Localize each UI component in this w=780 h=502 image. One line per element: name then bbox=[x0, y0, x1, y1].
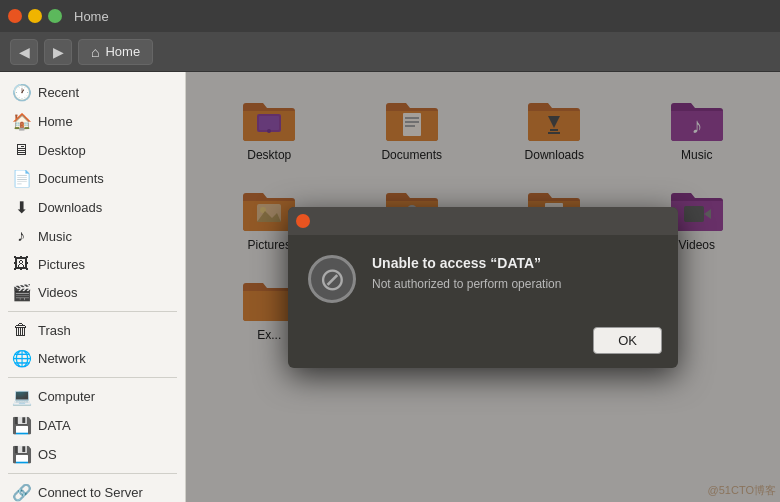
home-icon: 🏠 bbox=[12, 112, 30, 131]
sidebar-item-data[interactable]: 💾 DATA bbox=[0, 411, 185, 440]
videos-icon: 🎬 bbox=[12, 283, 30, 302]
dialog-title: Unable to access “DATA” bbox=[372, 255, 658, 271]
sidebar-label-computer: Computer bbox=[38, 389, 95, 404]
home-icon: ⌂ bbox=[91, 44, 99, 60]
sidebar-item-os[interactable]: 💾 OS bbox=[0, 440, 185, 469]
sidebar-label-os: OS bbox=[38, 447, 57, 462]
error-dialog: ⊘ Unable to access “DATA” Not authorized… bbox=[288, 207, 678, 368]
documents-icon: 📄 bbox=[12, 169, 30, 188]
sidebar-item-network[interactable]: 🌐 Network bbox=[0, 344, 185, 373]
location-button[interactable]: ⌂ Home bbox=[78, 39, 153, 65]
back-button[interactable]: ◀ bbox=[10, 39, 38, 65]
network-icon: 🌐 bbox=[12, 349, 30, 368]
data-drive-icon: 💾 bbox=[12, 416, 30, 435]
sidebar-item-recent[interactable]: 🕐 Recent bbox=[0, 78, 185, 107]
sidebar-label-recent: Recent bbox=[38, 85, 79, 100]
close-button[interactable] bbox=[8, 9, 22, 23]
main-layout: 🕐 Recent 🏠 Home 🖥 Desktop 📄 Documents ⬇ … bbox=[0, 72, 780, 502]
dialog-overlay: ⊘ Unable to access “DATA” Not authorized… bbox=[186, 72, 780, 502]
sidebar-label-connect: Connect to Server bbox=[38, 485, 143, 500]
dialog-footer: OK bbox=[288, 319, 678, 368]
sidebar-item-videos[interactable]: 🎬 Videos bbox=[0, 278, 185, 307]
sidebar-label-data: DATA bbox=[38, 418, 71, 433]
sidebar-label-videos: Videos bbox=[38, 285, 78, 300]
sidebar-item-downloads[interactable]: ⬇ Downloads bbox=[0, 193, 185, 222]
sidebar-item-desktop[interactable]: 🖥 Desktop bbox=[0, 136, 185, 164]
separator-3 bbox=[8, 473, 177, 474]
recent-icon: 🕐 bbox=[12, 83, 30, 102]
sidebar-label-music: Music bbox=[38, 229, 72, 244]
ok-button[interactable]: OK bbox=[593, 327, 662, 354]
music-icon: ♪ bbox=[12, 227, 30, 245]
sidebar-item-computer[interactable]: 💻 Computer bbox=[0, 382, 185, 411]
sidebar: 🕐 Recent 🏠 Home 🖥 Desktop 📄 Documents ⬇ … bbox=[0, 72, 186, 502]
content-area: Desktop Documents Downloads bbox=[186, 72, 780, 502]
window-controls bbox=[8, 9, 62, 23]
trash-icon: 🗑 bbox=[12, 321, 30, 339]
sidebar-label-network: Network bbox=[38, 351, 86, 366]
connect-icon: 🔗 bbox=[12, 483, 30, 502]
maximize-button[interactable] bbox=[48, 9, 62, 23]
no-entry-symbol: ⊘ bbox=[319, 260, 346, 298]
os-drive-icon: 💾 bbox=[12, 445, 30, 464]
minimize-button[interactable] bbox=[28, 9, 42, 23]
dialog-subtitle: Not authorized to perform operation bbox=[372, 277, 658, 291]
separator-2 bbox=[8, 377, 177, 378]
separator-1 bbox=[8, 311, 177, 312]
error-icon: ⊘ bbox=[308, 255, 356, 303]
sidebar-label-trash: Trash bbox=[38, 323, 71, 338]
pictures-icon: 🖼 bbox=[12, 255, 30, 273]
sidebar-label-home: Home bbox=[38, 114, 73, 129]
sidebar-label-desktop: Desktop bbox=[38, 143, 86, 158]
dialog-body: ⊘ Unable to access “DATA” Not authorized… bbox=[288, 235, 678, 319]
sidebar-item-home[interactable]: 🏠 Home bbox=[0, 107, 185, 136]
sidebar-label-downloads: Downloads bbox=[38, 200, 102, 215]
dialog-close-button[interactable] bbox=[296, 214, 310, 228]
downloads-icon: ⬇ bbox=[12, 198, 30, 217]
sidebar-label-pictures: Pictures bbox=[38, 257, 85, 272]
dialog-titlebar bbox=[288, 207, 678, 235]
window-title: Home bbox=[74, 9, 109, 24]
dialog-text-container: Unable to access “DATA” Not authorized t… bbox=[372, 255, 658, 291]
computer-icon: 💻 bbox=[12, 387, 30, 406]
sidebar-item-documents[interactable]: 📄 Documents bbox=[0, 164, 185, 193]
sidebar-item-trash[interactable]: 🗑 Trash bbox=[0, 316, 185, 344]
sidebar-item-connect[interactable]: 🔗 Connect to Server bbox=[0, 478, 185, 502]
toolbar: ◀ ▶ ⌂ Home bbox=[0, 32, 780, 72]
sidebar-label-documents: Documents bbox=[38, 171, 104, 186]
desktop-icon: 🖥 bbox=[12, 141, 30, 159]
location-label: Home bbox=[105, 44, 140, 59]
forward-button[interactable]: ▶ bbox=[44, 39, 72, 65]
sidebar-item-pictures[interactable]: 🖼 Pictures bbox=[0, 250, 185, 278]
title-bar: Home bbox=[0, 0, 780, 32]
sidebar-item-music[interactable]: ♪ Music bbox=[0, 222, 185, 250]
